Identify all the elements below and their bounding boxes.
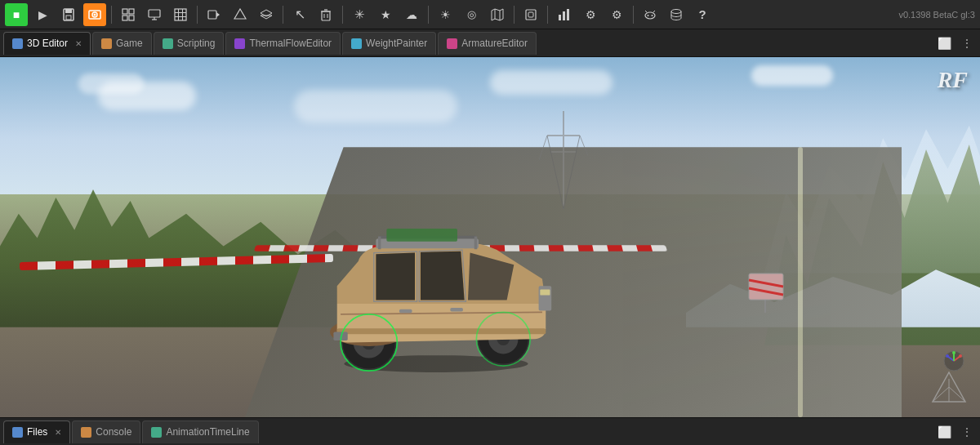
svg-point-84 — [946, 354, 949, 358]
tab-menu-button[interactable]: ⋮ — [957, 33, 977, 53]
top-toolbar: ■ ▶ ↖ ✳ ★ ☁ ☀ ◎ ⚙ ⚙ — [0, 0, 980, 29]
play-button[interactable]: ▶ — [31, 3, 54, 26]
stop-button[interactable]: ■ — [5, 3, 28, 26]
map-button[interactable] — [486, 3, 509, 26]
android-button[interactable] — [639, 3, 662, 26]
record-button[interactable] — [203, 3, 225, 26]
grid-button[interactable] — [169, 3, 192, 26]
settings-button[interactable]: ⚙ — [579, 3, 602, 26]
svg-marker-28 — [492, 9, 503, 20]
3d-viewport[interactable]: RF — [0, 57, 980, 417]
divider-5 — [428, 6, 429, 24]
thermal-flow-icon — [234, 38, 245, 49]
tab-scripting[interactable]: Scripting — [154, 32, 225, 55]
main-viewport: RF — [0, 57, 980, 417]
bottom-tab-bar: Files ✕ Console AnimationTimeLine ⬜ ⋮ — [0, 417, 980, 445]
svg-rect-31 — [526, 10, 536, 20]
rf-watermark: RF — [938, 67, 968, 93]
svg-rect-18 — [208, 11, 216, 19]
tab-maximize-button[interactable]: ⬜ — [934, 33, 954, 53]
tab-3d-editor[interactable]: 3D Editor ✕ — [3, 32, 91, 55]
svg-rect-13 — [175, 9, 186, 20]
cloud-3 — [294, 90, 457, 122]
svg-rect-63 — [386, 229, 457, 242]
brightness-button[interactable]: ☀ — [434, 3, 457, 26]
svg-rect-34 — [563, 11, 565, 20]
svg-rect-64 — [378, 236, 381, 249]
bottom-menu-button[interactable]: ⋮ — [957, 422, 977, 442]
tab-armature-editor[interactable]: ArmatureEditor — [438, 32, 537, 55]
tab-game-label: Game — [116, 38, 143, 49]
tab-bar-controls: ⬜ ⋮ — [934, 33, 977, 53]
tab-weight-painter-label: WeightPainter — [366, 38, 427, 49]
svg-rect-35 — [567, 9, 569, 20]
circle-target-button[interactable]: ◎ — [460, 3, 483, 26]
divider-4 — [342, 6, 343, 24]
svg-point-85 — [952, 351, 956, 354]
svg-rect-10 — [149, 10, 160, 17]
tab-files[interactable]: Files ✕ — [3, 421, 70, 443]
star-button[interactable]: ★ — [374, 3, 397, 26]
camera-view-button[interactable] — [83, 3, 106, 26]
version-label: v0.1398 BetaC gl:3 — [898, 10, 975, 20]
tab-thermal-flow[interactable]: ThermalFlowEditor — [225, 32, 341, 55]
console-icon — [81, 427, 91, 438]
database-button[interactable] — [665, 3, 688, 26]
warning-sign — [747, 272, 784, 317]
car-model — [216, 176, 657, 375]
cloud-5 — [751, 65, 833, 86]
svg-rect-69 — [540, 289, 550, 295]
save-button[interactable] — [57, 3, 80, 26]
tab-armature-editor-label: ArmatureEditor — [461, 38, 528, 49]
animation-timeline-icon — [151, 427, 162, 438]
cursor-button[interactable]: ↖ — [288, 3, 311, 26]
tab-3d-editor-close[interactable]: ✕ — [75, 39, 82, 48]
svg-line-77 — [933, 387, 949, 402]
scripting-icon — [163, 38, 173, 49]
delete-button[interactable] — [314, 3, 337, 26]
tab-console[interactable]: Console — [72, 421, 140, 443]
tab-scripting-label: Scripting — [177, 38, 216, 49]
svg-point-83 — [959, 354, 962, 358]
svg-rect-36 — [645, 12, 655, 19]
svg-rect-2 — [66, 16, 71, 20]
svg-rect-33 — [559, 15, 561, 20]
help-button[interactable]: ? — [691, 3, 714, 26]
svg-rect-7 — [129, 9, 134, 14]
tab-files-close[interactable]: ✕ — [55, 428, 61, 437]
svg-rect-67 — [337, 328, 546, 334]
scene-button[interactable] — [229, 3, 252, 26]
svg-line-46 — [580, 136, 588, 156]
layout-button[interactable] — [117, 3, 140, 26]
svg-rect-23 — [322, 11, 330, 20]
axis-gizmo[interactable] — [942, 349, 965, 372]
svg-rect-6 — [122, 9, 127, 14]
viewport-gizmo[interactable] — [931, 371, 968, 407]
svg-line-45 — [539, 136, 547, 160]
options-button[interactable]: ⚙ — [605, 3, 628, 26]
sun-burst-button[interactable]: ✳ — [348, 3, 371, 26]
svg-line-37 — [645, 11, 647, 12]
divider-1 — [111, 6, 112, 24]
top-tab-bar: 3D Editor ✕ Game Scripting ThermalFlowEd… — [0, 29, 980, 57]
svg-point-41 — [671, 9, 681, 13]
screen2-button[interactable] — [519, 3, 542, 26]
svg-rect-1 — [65, 9, 72, 13]
bottom-maximize-button[interactable]: ⬜ — [934, 422, 954, 442]
svg-rect-71 — [450, 308, 463, 311]
bottom-bar-controls: ⬜ ⋮ — [934, 422, 977, 442]
layers-button[interactable] — [255, 3, 278, 26]
tab-game[interactable]: Game — [92, 32, 152, 55]
tab-thermal-flow-label: ThermalFlowEditor — [249, 38, 332, 49]
game-icon — [101, 38, 112, 49]
divider-3 — [283, 6, 283, 24]
bar-chart-button[interactable] — [553, 3, 576, 26]
monitor-button[interactable] — [143, 3, 166, 26]
tab-animation-timeline[interactable]: AnimationTimeLine — [142, 421, 258, 443]
tab-weight-painter[interactable]: WeightPainter — [342, 32, 436, 55]
svg-line-78 — [949, 387, 965, 402]
cloud-button[interactable]: ☁ — [400, 3, 423, 26]
svg-marker-20 — [234, 9, 246, 19]
cloud-4 — [490, 70, 612, 95]
tab-files-label: Files — [27, 426, 47, 438]
